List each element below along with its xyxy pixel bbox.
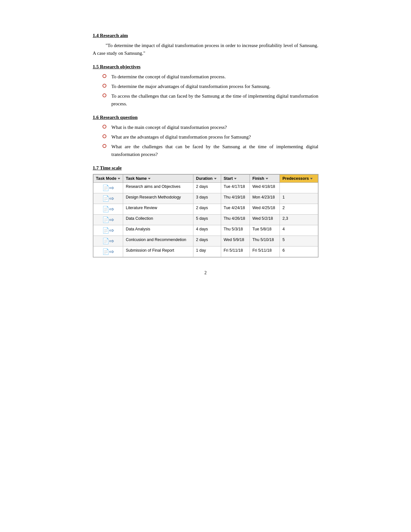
duration-cell: 4 days	[193, 225, 221, 236]
duration-cell: 2 days	[193, 204, 221, 215]
task-name-cell: Literature Review	[123, 204, 193, 215]
table-header-task_name[interactable]: Task Name	[123, 175, 193, 183]
table-header-task_mode[interactable]: Task Mode	[93, 175, 123, 183]
bullet-icon	[103, 124, 110, 130]
task-mode-cell: 📄⇨	[93, 193, 123, 204]
table-row: 📄⇨Data Analysis4 daysThu 5/3/18Tue 5/8/1…	[93, 225, 318, 236]
section-heading-time-scale: 1.7 Time scale	[93, 165, 318, 171]
task-name-cell: Data Collection	[123, 215, 193, 225]
page: 1.4 Research aim "To determine the impac…	[67, 13, 344, 295]
task-mode-icon: 📄⇨	[102, 227, 114, 234]
predecessors-cell: 5	[280, 236, 318, 247]
bullet-text: To determine the major advantages of dig…	[112, 82, 318, 90]
bullet-icon	[103, 83, 110, 89]
list-item: What are the advantages of digital trans…	[103, 133, 318, 141]
list-item: What is the main concept of digital tran…	[103, 123, 318, 131]
list-item: To access the challenges that can faced …	[103, 92, 318, 108]
task-mode-icon: 📄⇨	[102, 206, 114, 212]
predecessors-cell: 2	[280, 204, 318, 215]
start-cell: Thu 4/26/18	[221, 215, 250, 225]
task-mode-cell: 📄⇨	[93, 236, 123, 247]
duration-cell: 3 days	[193, 193, 221, 204]
table-header-predecessors[interactable]: Predecessors	[280, 175, 318, 183]
task-mode-icon: 📄⇨	[102, 248, 114, 255]
time-scale-table: Task ModeTask NameDurationStartFinishPre…	[93, 174, 318, 257]
task-name-cell: Research aims and Objectives	[123, 183, 193, 193]
duration-cell: 1 day	[193, 247, 221, 257]
table-header-duration[interactable]: Duration	[193, 175, 221, 183]
time-scale-table-container: Task ModeTask NameDurationStartFinishPre…	[93, 174, 318, 257]
finish-cell: Wed 4/25/18	[250, 204, 279, 215]
start-cell: Thu 4/19/18	[221, 193, 250, 204]
task-mode-cell: 📄⇨	[93, 204, 123, 215]
finish-cell: Tue 5/8/18	[250, 225, 279, 236]
dropdown-arrow-icon	[118, 178, 120, 179]
table-header-start[interactable]: Start	[221, 175, 250, 183]
start-cell: Tue 4/24/18	[221, 204, 250, 215]
finish-cell: Wed 5/2/18	[250, 215, 279, 225]
bullet-text: To access the challenges that can faced …	[112, 92, 318, 108]
duration-cell: 5 days	[193, 215, 221, 225]
task-mode-cell: 📄⇨	[93, 225, 123, 236]
predecessors-cell: 1	[280, 193, 318, 204]
bullet-text: What are the advantages of digital trans…	[112, 133, 318, 141]
table-row: 📄⇨Data Collection5 daysThu 4/26/18Wed 5/…	[93, 215, 318, 225]
bullet-icon	[103, 144, 110, 149]
research-aim-paragraph: "To determine the impact of digital tran…	[93, 42, 318, 57]
bullet-text: To determine the concept of digital tran…	[112, 73, 318, 81]
predecessors-cell: 4	[280, 225, 318, 236]
task-name-cell: Design Research Methodology	[123, 193, 193, 204]
task-mode-icon: 📄⇨	[102, 185, 114, 191]
predecessors-cell: 6	[280, 247, 318, 257]
bullet-text: What are the challenges that can be face…	[112, 143, 318, 158]
duration-cell: 2 days	[193, 183, 221, 193]
table-row: 📄⇨Literature Review2 daysTue 4/24/18Wed …	[93, 204, 318, 215]
list-item: What are the challenges that can be face…	[103, 143, 318, 158]
section-heading-research-objectives: 1.5 Research objectives	[93, 64, 318, 70]
finish-cell: Fri 5/11/18	[250, 247, 279, 257]
predecessors-cell	[280, 183, 318, 193]
start-cell: Wed 5/9/18	[221, 236, 250, 247]
finish-cell: Wed 4/18/18	[250, 183, 279, 193]
bullet-icon	[103, 74, 110, 79]
research-objectives-list: To determine the concept of digital tran…	[103, 73, 318, 108]
table-header-finish[interactable]: Finish	[250, 175, 279, 183]
dropdown-arrow-icon	[310, 178, 313, 179]
page-number: 2	[93, 270, 318, 276]
start-cell: Thu 5/3/18	[221, 225, 250, 236]
finish-cell: Thu 5/10/18	[250, 236, 279, 247]
duration-cell: 2 days	[193, 236, 221, 247]
list-item: To determine the major advantages of dig…	[103, 82, 318, 90]
table-row: 📄⇨Submission of Final Report1 dayFri 5/1…	[93, 247, 318, 257]
dropdown-arrow-icon	[214, 178, 217, 179]
bullet-icon	[103, 93, 110, 98]
finish-cell: Mon 4/23/18	[250, 193, 279, 204]
table-row: 📄⇨Conlcusion and Recommendetion2 daysWed…	[93, 236, 318, 247]
table-row: 📄⇨Research aims and Objectives2 daysTue …	[93, 183, 318, 193]
task-mode-cell: 📄⇨	[93, 183, 123, 193]
section-heading-research-question: 1.6 Research question	[93, 115, 318, 120]
predecessors-cell: 2,3	[280, 215, 318, 225]
list-item: To determine the concept of digital tran…	[103, 73, 318, 81]
start-cell: Fri 5/11/18	[221, 247, 250, 257]
task-mode-icon: 📄⇨	[102, 217, 114, 223]
task-name-cell: Conlcusion and Recommendetion	[123, 236, 193, 247]
task-mode-icon: 📄⇨	[102, 195, 114, 202]
bullet-icon	[103, 134, 110, 139]
research-question-list: What is the main concept of digital tran…	[103, 123, 318, 158]
start-cell: Tue 4/17/18	[221, 183, 250, 193]
dropdown-arrow-icon	[234, 178, 237, 179]
task-mode-cell: 📄⇨	[93, 215, 123, 225]
task-name-cell: Submission of Final Report	[123, 247, 193, 257]
dropdown-arrow-icon	[148, 178, 151, 179]
dropdown-arrow-icon	[266, 178, 268, 179]
task-mode-icon: 📄⇨	[102, 238, 114, 244]
section-heading-research-aim: 1.4 Research aim	[93, 33, 318, 38]
task-name-cell: Data Analysis	[123, 225, 193, 236]
bullet-text: What is the main concept of digital tran…	[112, 123, 318, 131]
table-row: 📄⇨Design Research Methodology3 daysThu 4…	[93, 193, 318, 204]
task-mode-cell: 📄⇨	[93, 247, 123, 257]
